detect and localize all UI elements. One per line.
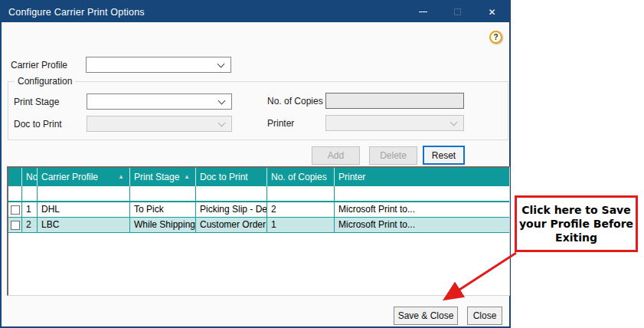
filter-cell[interactable] xyxy=(8,186,22,201)
table-row[interactable]: 2 LBC While Shipping Customer Order - De… xyxy=(8,218,509,233)
no-of-copies-input xyxy=(325,93,464,109)
header-printer[interactable]: Printer xyxy=(335,168,509,186)
grid-empty-area xyxy=(8,233,509,294)
configure-carrier-print-options-dialog: Configure Carrier Print Options ✕ ? Carr… xyxy=(0,0,511,328)
chevron-down-icon xyxy=(218,120,226,127)
filter-cell[interactable] xyxy=(267,186,335,201)
header-carrier-profile[interactable]: Carrier Profile ▲ xyxy=(38,168,130,186)
filter-cell[interactable] xyxy=(196,186,267,201)
printer-select xyxy=(325,115,464,131)
cell-printer: Microsoft Print to... xyxy=(335,202,509,218)
row-checkbox-cell xyxy=(8,218,22,233)
minimize-icon xyxy=(419,11,427,12)
no-of-copies-label: No. of Copies xyxy=(267,96,323,107)
sort-ascending-icon: ▲ xyxy=(118,168,124,186)
carrier-profile-select[interactable] xyxy=(86,57,231,73)
maximize-icon xyxy=(454,8,461,15)
cell-copies: 2 xyxy=(267,202,335,218)
printer-label: Printer xyxy=(267,118,294,129)
carrier-print-options-grid: No. Carrier Profile ▲ Print Stage ▲ Doc … xyxy=(7,166,510,296)
filter-cell[interactable] xyxy=(38,186,130,201)
header-doc-to-print[interactable]: Doc to Print xyxy=(196,168,267,186)
window-title: Configure Carrier Print Options xyxy=(2,7,145,18)
annotation-callout: Click here to Save your Profile Before E… xyxy=(515,195,638,252)
chevron-down-icon xyxy=(218,97,226,105)
chevron-down-icon xyxy=(217,61,225,68)
window-controls: ✕ xyxy=(406,2,509,22)
delete-button: Delete xyxy=(369,146,417,165)
print-stage-select[interactable] xyxy=(87,93,232,110)
grid-filter-row xyxy=(8,186,509,202)
filter-cell[interactable] xyxy=(335,186,509,201)
cell-printer: Microsoft Print to... xyxy=(335,218,509,233)
cell-print-stage: While Shipping xyxy=(130,218,196,233)
maximize-button[interactable] xyxy=(440,2,475,22)
reset-button[interactable]: Reset xyxy=(423,146,465,165)
close-dialog-button[interactable]: Close xyxy=(467,307,502,325)
cell-no: 1 xyxy=(22,202,38,218)
save-and-close-button[interactable]: Save & Close xyxy=(394,307,458,325)
filter-cell[interactable] xyxy=(22,186,38,201)
cell-doc-to-print: Customer Order - De... xyxy=(196,218,267,233)
cell-doc-to-print: Picking Slip - Default... xyxy=(196,202,267,218)
table-row[interactable]: 1 DHL To Pick Picking Slip - Default... … xyxy=(8,202,509,218)
cell-no: 2 xyxy=(22,218,38,233)
row-checkbox[interactable] xyxy=(11,221,20,230)
configuration-group-title: Configuration xyxy=(15,76,75,87)
close-icon: ✕ xyxy=(488,8,495,17)
print-stage-label: Print Stage xyxy=(14,97,59,107)
cell-carrier-profile: DHL xyxy=(38,202,130,218)
header-no-of-copies[interactable]: No. of Copies xyxy=(267,168,335,186)
screenshot-root: Configure Carrier Print Options ✕ ? Carr… xyxy=(0,0,644,328)
add-button: Add xyxy=(312,146,360,165)
minimize-button[interactable] xyxy=(406,2,440,22)
filter-cell[interactable] xyxy=(130,186,196,201)
doc-to-print-label: Doc to Print xyxy=(14,119,62,130)
cell-print-stage: To Pick xyxy=(130,202,196,218)
header-carrier-profile-label: Carrier Profile xyxy=(41,172,98,182)
row-checkbox-cell xyxy=(8,202,22,218)
grid-header-row: No. Carrier Profile ▲ Print Stage ▲ Doc … xyxy=(8,168,509,186)
carrier-profile-label: Carrier Profile xyxy=(11,60,67,71)
header-checkbox-column xyxy=(8,168,22,186)
close-button[interactable]: ✕ xyxy=(475,2,509,22)
help-icon: ? xyxy=(493,33,498,41)
cell-copies: 1 xyxy=(267,218,335,233)
titlebar: Configure Carrier Print Options ✕ xyxy=(2,2,509,22)
header-print-stage-label: Print Stage xyxy=(134,172,179,182)
configuration-groupbox: Configuration xyxy=(8,81,508,140)
doc-to-print-select xyxy=(87,116,232,132)
annotation-text: Click here to Save your Profile Before E… xyxy=(518,203,634,244)
row-checkbox[interactable] xyxy=(11,205,20,215)
header-no[interactable]: No. xyxy=(22,168,38,186)
cell-carrier-profile: LBC xyxy=(38,218,130,233)
sort-ascending-icon: ▲ xyxy=(184,168,190,186)
header-print-stage[interactable]: Print Stage ▲ xyxy=(130,168,196,186)
chevron-down-icon xyxy=(450,119,458,126)
help-button[interactable]: ? xyxy=(489,31,502,44)
